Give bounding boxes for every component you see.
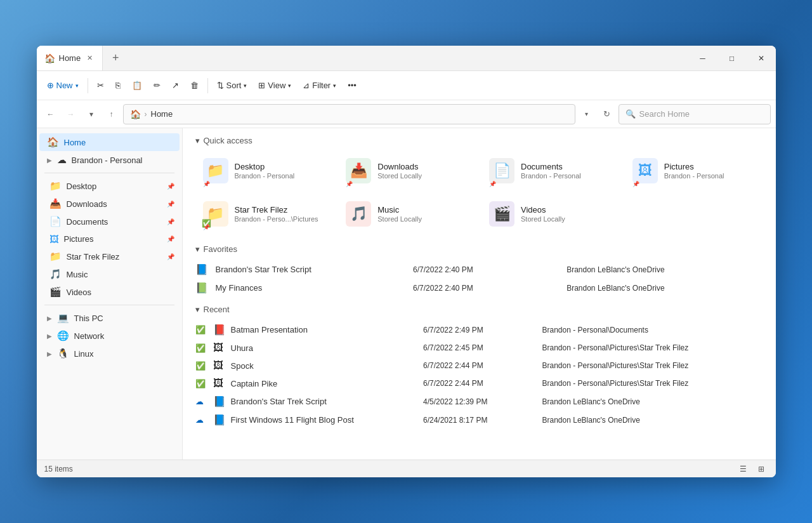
sidebar-item-thispc[interactable]: ▶ 💻 This PC [39,309,180,327]
startrek2-date: 4/5/2022 12:39 PM [423,397,487,406]
paste-button[interactable]: 📋 [127,78,147,93]
favorites-header[interactable]: ▾ Favorites [195,244,763,254]
recent-row-spock[interactable]: ✅ 🖼 Spock 6/7/2022 2:44 PM Brandon - Pe [195,357,763,374]
sidebar-item-home[interactable]: 🏠 Home [39,133,180,151]
search-box[interactable]: 🔍 Search Home [619,104,771,124]
music-card-sub: Stored Locally [377,215,469,223]
address-dropdown-button[interactable]: ▾ [578,105,596,123]
startrek-card-sub: Brandon - Perso...\Pictures [235,215,326,223]
tiles-view-button[interactable]: ⊞ [754,462,768,476]
window-controls: ─ □ ✕ [688,46,776,70]
address-input[interactable]: 🏠 › Home [123,104,575,124]
sidebar: 🏠 Home ▶ ☁ Brandon - Personal 📁 Desktop … [37,128,183,460]
more-icon: ••• [348,81,357,90]
brandon-cloud-icon: ☁ [57,154,67,166]
favorites-table: 📘 Brandon's Star Trek Script 6/7/2022 2:… [195,260,763,297]
sidebar-item-startrek[interactable]: 📁 Star Trek Filez 📌 [39,248,180,265]
pictures-card-pin-icon: 📌 [632,181,639,187]
forward-button[interactable]: → [62,105,80,123]
favorite-startrek-name: Brandon's Star Trek Script [216,265,311,274]
startrek-sidebar-icon: 📁 [49,251,62,262]
folder-card-downloads[interactable]: 📥 Downloads Stored Locally 📌 [338,152,476,190]
pictures-card-name: Pictures [664,162,756,171]
recent-locations-button[interactable]: ▾ [82,105,100,123]
folder-card-music[interactable]: 🎵 Music Stored Locally [338,195,476,233]
favorite-row-startrek[interactable]: 📘 Brandon's Star Trek Script 6/7/2022 2:… [195,260,763,279]
up-button[interactable]: ↑ [103,105,121,123]
favorite-row-finances[interactable]: 📗 My Finances 6/7/2022 2:40 PM Brandon L… [195,279,763,297]
sidebar-item-videos[interactable]: 🎬 Videos [39,283,180,301]
folder-card-videos[interactable]: 🎬 Videos Stored Locally [481,195,620,233]
sidebar-videos-label: Videos [67,288,92,297]
folder-card-desktop[interactable]: 📁 Desktop Brandon - Personal 📌 [195,152,334,190]
pictures-card-info: Pictures Brandon - Personal [664,162,756,180]
recent-row-uhura[interactable]: ✅ 🖼 Uhura 6/7/2022 2:45 PM Brandon - Pe [195,339,763,357]
pike-date: 6/7/2022 2:44 PM [423,379,483,388]
quick-access-grid: 📁 Desktop Brandon - Personal 📌 📥 Downloa… [195,152,763,233]
videos-card-info: Videos Stored Locally [521,205,612,223]
new-icon: ⊕ [47,81,54,90]
music-card-name: Music [377,205,469,215]
copy-icon: ⎘ [115,81,121,90]
delete-button[interactable]: 🗑 [185,78,204,93]
more-button[interactable]: ••• [343,78,362,93]
sort-chevron-icon: ▾ [244,83,247,89]
recent-header[interactable]: ▾ Recent [195,305,763,314]
new-tab-button[interactable]: + [105,48,126,69]
sidebar-item-linux[interactable]: ▶ 🐧 Linux [39,345,180,362]
sidebar-item-network[interactable]: ▶ 🌐 Network [39,327,180,345]
videos-card-sub: Stored Locally [521,215,612,223]
home-tab-icon: 🏠 [44,53,55,63]
win11blog-name: First Windows 11 Flight Blog Post [231,415,354,425]
startrek2-type-icon: 📘 [213,396,226,407]
sidebar-item-music[interactable]: 🎵 Music [39,265,180,283]
details-view-button[interactable]: ☰ [737,462,750,476]
back-button[interactable]: ← [42,105,60,123]
address-home-icon: 🏠 [130,109,141,119]
videos-card-name: Videos [521,205,612,215]
dropdown-icon: ▾ [585,110,588,117]
share-button[interactable]: ↗ [167,78,184,93]
home-sidebar-icon: 🏠 [47,136,59,148]
rename-button[interactable]: ✏ [148,78,166,93]
recent-row-win11blog[interactable]: ☁ 📘 First Windows 11 Flight Blog Post 6/… [195,411,763,429]
sidebar-startrek-label: Star Trek Filez [67,252,120,262]
view-icon: ⊞ [258,81,265,90]
recent-row-pike[interactable]: ✅ 🖼 Captain Pike 6/7/2022 2:44 PM Brand [195,374,763,392]
batman-status-icon: ✅ [195,325,206,334]
quick-access-header[interactable]: ▾ Quick access [195,136,763,145]
sidebar-divider-1 [44,173,174,173]
folder-card-pictures[interactable]: 🖼 Pictures Brandon - Personal 📌 [625,152,763,190]
tab-area: 🏠 Home ✕ + [37,46,688,70]
maximize-button[interactable]: □ [717,46,747,70]
sidebar-item-downloads[interactable]: 📥 Downloads 📌 [39,195,180,213]
sidebar-network-label: Network [74,331,105,341]
cut-button[interactable]: ✂ [92,78,109,93]
close-button[interactable]: ✕ [747,46,776,70]
copy-button[interactable]: ⎘ [110,78,126,93]
tiles-view-icon: ⊞ [758,465,764,473]
pictures-pin-icon: 📌 [167,235,174,242]
sidebar-downloads-label: Downloads [67,199,107,209]
folder-card-startrek[interactable]: 📁 ✅ Star Trek Filez Brandon - Perso...\P… [195,195,334,233]
minimize-button[interactable]: ─ [688,46,717,70]
sidebar-item-pictures[interactable]: 🖼 Pictures 📌 [39,230,180,248]
recent-row-startrek2[interactable]: ☁ 📘 Brandon's Star Trek Script 4/5/2022 … [195,392,763,411]
refresh-button[interactable]: ↻ [598,105,616,123]
filter-button[interactable]: ⊿ Filter ▾ [298,78,341,93]
sort-button[interactable]: ⇅ Sort ▾ [212,78,252,93]
downloads-pin-icon: 📌 [167,201,174,208]
tab-close-button[interactable]: ✕ [84,53,95,63]
new-button[interactable]: ⊕ New ▾ [42,78,84,93]
recent-label: Recent [204,305,230,314]
home-tab[interactable]: 🏠 Home ✕ [37,46,103,70]
sidebar-item-documents[interactable]: 📄 Documents 📌 [39,213,180,230]
uhura-type-icon: 🖼 [213,342,223,353]
recent-row-batman[interactable]: ✅ 📕 Batman Presentation 6/7/2022 2:49 PM [195,321,763,339]
sidebar-item-desktop[interactable]: 📁 Desktop 📌 [39,177,180,195]
downloads-card-info: Downloads Stored Locally [377,162,469,180]
sidebar-item-brandon-personal[interactable]: ▶ ☁ Brandon - Personal [39,151,180,169]
folder-card-documents[interactable]: 📄 Documents Brandon - Personal 📌 [481,152,620,190]
downloads-card-name: Downloads [377,162,469,171]
view-button[interactable]: ⊞ View ▾ [253,78,296,93]
